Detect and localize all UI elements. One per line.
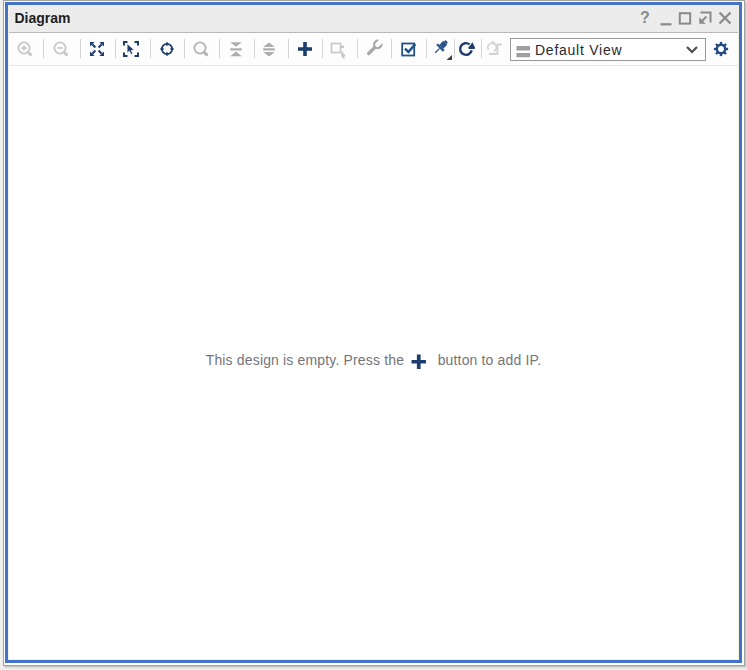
svg-text:?: ? (640, 9, 650, 26)
